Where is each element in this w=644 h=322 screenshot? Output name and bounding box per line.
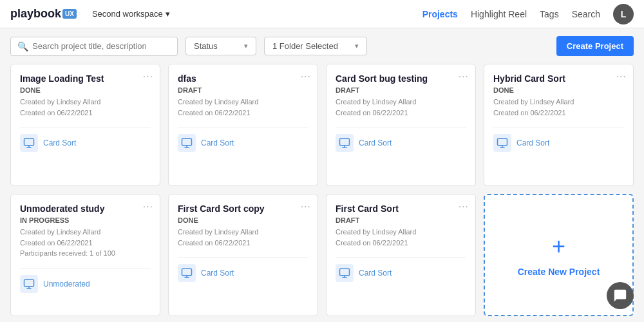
card-type-label: Card Sort: [201, 138, 234, 147]
card-title: First Card Sort copy: [178, 204, 308, 214]
card-status: DRAFT: [336, 216, 466, 224]
card-participants: Participants received: 1 of 100: [20, 248, 151, 259]
logo[interactable]: playbook UX: [10, 7, 77, 21]
card-footer: Card Sort: [336, 127, 466, 152]
card-created-on: Created on 06/22/2021: [178, 238, 308, 249]
chat-icon: [613, 289, 627, 303]
create-project-button[interactable]: Create Project: [556, 36, 634, 56]
card-title: Unmoderated study: [20, 204, 151, 214]
card-status: DRAFT: [336, 86, 466, 94]
header: playbook UX Second workspace ▾ Projects …: [0, 0, 644, 28]
create-new-label: Create New Project: [518, 267, 600, 277]
card-created-on: Created on 06/22/2021: [20, 238, 151, 249]
project-card[interactable]: ··· Card Sort bug testing DRAFT Created …: [326, 64, 476, 186]
card-title: dfas: [178, 73, 308, 84]
card-type-label: Card Sort: [201, 269, 234, 278]
nav-search[interactable]: Search: [572, 9, 600, 19]
project-card[interactable]: ··· Unmoderated study IN PROGRESS Create…: [10, 194, 160, 316]
project-card[interactable]: ··· First Card Sort copy DONE Created by…: [168, 194, 318, 316]
card-status: IN PROGRESS: [20, 216, 151, 224]
folder-label: 1 Folder Selected: [272, 41, 338, 51]
card-title: First Card Sort: [336, 204, 466, 214]
card-menu-icon[interactable]: ···: [301, 71, 311, 82]
card-status: DONE: [20, 86, 151, 94]
svg-rect-12: [24, 279, 34, 287]
workspace-label: Second workspace: [92, 9, 163, 19]
avatar[interactable]: L: [613, 4, 634, 24]
workspace-selector[interactable]: Second workspace ▾: [87, 6, 175, 21]
search-input[interactable]: [32, 41, 171, 51]
project-card[interactable]: ··· Image Loading Test DONE Created by L…: [10, 64, 160, 186]
project-card[interactable]: ··· dfas DRAFT Created by Lindsey Allard…: [168, 64, 318, 186]
card-type-label: Card Sort: [359, 269, 392, 278]
card-created-on: Created on 06/22/2021: [493, 108, 624, 118]
card-footer: Card Sort: [336, 257, 466, 282]
card-menu-icon[interactable]: ···: [143, 201, 153, 213]
card-status: DONE: [178, 216, 308, 224]
card-created-on: Created on 06/22/2021: [336, 108, 466, 118]
card-created-by: Created by Lindsey Allard: [336, 97, 466, 108]
search-box: 🔍: [10, 37, 178, 56]
card-title: Card Sort bug testing: [336, 73, 466, 84]
card-created-on: Created on 06/22/2021: [336, 238, 466, 249]
main-nav: Projects Highlight Reel Tags Search L: [422, 4, 634, 24]
status-label: Status: [194, 41, 218, 51]
status-dropdown[interactable]: Status ▾: [185, 37, 256, 55]
card-type-icon: [336, 134, 354, 152]
status-chevron-icon: ▾: [244, 42, 248, 50]
nav-projects[interactable]: Projects: [422, 9, 458, 19]
svg-rect-9: [498, 138, 507, 146]
card-footer: Card Sort: [178, 257, 308, 282]
card-type-icon: [178, 134, 196, 152]
svg-rect-0: [24, 138, 34, 146]
svg-rect-6: [340, 138, 350, 146]
card-type-icon: [336, 264, 354, 282]
project-grid: ··· Image Loading Test DONE Created by L…: [0, 64, 644, 322]
card-type-icon: [20, 275, 38, 293]
card-footer: Unmoderated: [20, 268, 151, 293]
card-type-label: Card Sort: [43, 138, 76, 147]
folder-dropdown[interactable]: 1 Folder Selected ▾: [264, 37, 367, 55]
card-type-icon: [178, 264, 196, 282]
project-card[interactable]: ··· Hybrid Card Sort DONE Created by Lin…: [484, 64, 634, 186]
card-title: Hybrid Card Sort: [493, 73, 624, 84]
card-footer: Card Sort: [178, 127, 308, 152]
chat-bubble[interactable]: [607, 282, 634, 309]
card-title: Image Loading Test: [20, 73, 151, 84]
card-type-icon: [20, 134, 38, 152]
folder-chevron-icon: ▾: [355, 42, 359, 50]
card-menu-icon[interactable]: ···: [459, 201, 469, 213]
card-menu-icon[interactable]: ···: [143, 71, 153, 82]
search-icon: 🔍: [17, 41, 28, 52]
card-status: DRAFT: [178, 86, 308, 94]
card-created-by: Created by Lindsey Allard: [493, 97, 624, 108]
nav-tags[interactable]: Tags: [540, 9, 559, 19]
workspace-chevron-icon: ▾: [166, 9, 170, 19]
logo-ux-badge: UX: [62, 9, 77, 19]
card-created-by: Created by Lindsey Allard: [20, 227, 151, 238]
svg-rect-15: [182, 269, 192, 276]
card-created-on: Created on 06/22/2021: [178, 108, 308, 118]
card-menu-icon[interactable]: ···: [301, 201, 311, 213]
card-created-on: Created on 06/22/2021: [20, 108, 151, 118]
card-created-by: Created by Lindsey Allard: [178, 227, 308, 238]
logo-text: playbook: [10, 7, 61, 21]
toolbar: 🔍 Status ▾ 1 Folder Selected ▾ Create Pr…: [0, 28, 644, 64]
card-created-by: Created by Lindsey Allard: [20, 97, 151, 108]
card-status: DONE: [493, 86, 624, 94]
card-footer: Card Sort: [20, 127, 151, 152]
card-type-icon: [493, 134, 511, 152]
card-type-label: Card Sort: [359, 138, 392, 147]
create-new-icon: +: [552, 233, 565, 260]
project-card[interactable]: ··· First Card Sort DRAFT Created by Lin…: [326, 194, 476, 316]
nav-highlight-reel[interactable]: Highlight Reel: [471, 9, 527, 19]
card-type-label: Card Sort: [516, 138, 549, 147]
card-menu-icon[interactable]: ···: [616, 71, 627, 82]
card-created-by: Created by Lindsey Allard: [336, 227, 466, 238]
svg-rect-18: [340, 269, 350, 276]
card-type-label: Unmoderated: [43, 279, 90, 289]
card-created-by: Created by Lindsey Allard: [178, 97, 308, 108]
card-footer: Card Sort: [493, 127, 624, 152]
svg-rect-3: [182, 138, 192, 146]
card-menu-icon[interactable]: ···: [459, 71, 469, 82]
